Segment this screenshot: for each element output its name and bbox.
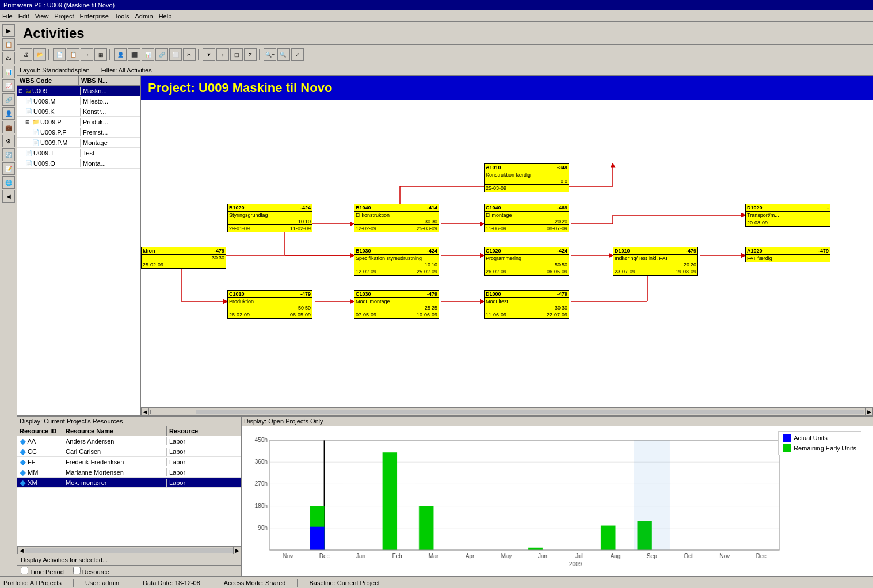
activity-node-C1040[interactable]: C1040-469El montage202011-06-0908-07-09 bbox=[484, 204, 569, 232]
grp-btn[interactable]: ◫ bbox=[230, 48, 243, 61]
act-node-header: D1010-479 bbox=[613, 247, 697, 255]
res-name-cell: Mek. montører bbox=[63, 479, 167, 487]
wbs-row[interactable]: 📄 U009.TTest bbox=[17, 148, 140, 158]
sidebar-btn-11[interactable]: 📝 bbox=[2, 162, 15, 175]
sidebar-btn-6[interactable]: 🔗 bbox=[2, 93, 15, 106]
resource-row[interactable]: 🔷 FFFrederik FrederiksenLabor bbox=[17, 457, 241, 467]
resource-row[interactable]: 🔷 CCCarl CarlsenLabor bbox=[17, 446, 241, 457]
activities-header: Activities bbox=[17, 22, 873, 45]
act-node-title: Produktion bbox=[228, 298, 312, 305]
time-period-checkbox[interactable] bbox=[21, 567, 28, 574]
wbs-row[interactable]: 📄 U009.P.FFremst... bbox=[17, 127, 140, 138]
sidebar-btn-9[interactable]: ⚙ bbox=[2, 135, 15, 147]
res-scroll-right[interactable]: ▶ bbox=[233, 547, 241, 555]
del-btn[interactable]: ✂ bbox=[183, 48, 196, 61]
activity-node-D1020[interactable]: D1020-Transport/m...20-08-09 bbox=[745, 204, 830, 227]
scroll-left-arrow[interactable]: ◀ bbox=[141, 408, 149, 416]
wbs-code-cell: 📄 U009.P.M bbox=[17, 139, 81, 147]
act-node-title: El konstruktion bbox=[354, 212, 439, 219]
split-btn[interactable]: ⬜ bbox=[169, 48, 182, 61]
open-btn[interactable]: 📂 bbox=[33, 48, 46, 61]
menu-enterprise[interactable]: Enterprise bbox=[80, 13, 109, 20]
sidebar-btn-4[interactable]: 📊 bbox=[2, 66, 15, 78]
wbs-row[interactable]: 📄 U009.OMonta... bbox=[17, 158, 140, 169]
res-hscroll[interactable]: ◀ ▶ bbox=[17, 546, 241, 554]
sidebar-btn-5[interactable]: 📈 bbox=[2, 79, 15, 92]
resource-row[interactable]: 🔷 MMMarianne MortensenLabor bbox=[17, 467, 241, 478]
menu-view[interactable]: View bbox=[35, 13, 49, 20]
hscroll[interactable]: ◀ ▶ bbox=[141, 407, 873, 415]
sep3 bbox=[198, 49, 200, 60]
menu-admin[interactable]: Admin bbox=[135, 13, 153, 20]
activity-node-B1040[interactable]: B1040-414El konstruktion303012-02-0925-0… bbox=[354, 204, 439, 232]
wbs-row[interactable]: ⊟📁 U009.PProduk... bbox=[17, 117, 140, 127]
activity-node-C1020[interactable]: C1020-424Programmering505026-02-0906-05-… bbox=[484, 247, 569, 276]
zoom-out-btn[interactable]: 🔍- bbox=[277, 48, 290, 61]
activity-node-C1010[interactable]: C1010-479Produktion505026-02-0906-05-09 bbox=[227, 290, 312, 319]
activity-node-ktion[interactable]: ktion-479303025-02-09 bbox=[141, 247, 226, 269]
sidebar-btn-13[interactable]: ◀ bbox=[2, 190, 15, 203]
sort-btn[interactable]: ↕ bbox=[216, 48, 229, 61]
act-node-header: D1000-479 bbox=[485, 291, 569, 298]
print-btn[interactable]: 🖨 bbox=[20, 48, 32, 61]
res-name-cell: Marianne Mortensen bbox=[63, 468, 167, 476]
res-name-cell: Carl Carlsen bbox=[63, 448, 167, 456]
zoom-in-btn[interactable]: 🔍+ bbox=[264, 48, 276, 61]
res-btn[interactable]: 👤 bbox=[114, 48, 127, 61]
activity-node-B1030[interactable]: B1030-424Specifikation styreudrustning10… bbox=[354, 247, 439, 276]
menu-tools[interactable]: Tools bbox=[115, 13, 129, 20]
sidebar-btn-2[interactable]: 📋 bbox=[2, 38, 15, 51]
wbs-code-cell: 📄 U009.O bbox=[17, 159, 81, 167]
activity-node-D1000[interactable]: D1000-479Modultest303011-06-0922-07-09 bbox=[484, 290, 569, 319]
menu-project[interactable]: Project bbox=[54, 13, 74, 20]
bar-chart-canvas bbox=[244, 429, 871, 579]
filter-btn[interactable]: ▼ bbox=[203, 48, 215, 61]
bar-btn[interactable]: 📊 bbox=[142, 48, 154, 61]
fit-btn[interactable]: ⤢ bbox=[291, 48, 304, 61]
resource-row[interactable]: 🔷 XMMek. montørerLabor bbox=[17, 478, 241, 488]
wbs-row[interactable]: 📄 U009.KKonstr... bbox=[17, 106, 140, 117]
scroll-right-arrow[interactable]: ▶ bbox=[865, 408, 873, 416]
res-id-cell: 🔷 CC bbox=[17, 448, 63, 456]
wbs-row[interactable]: 📄 U009.P.MMontage bbox=[17, 138, 140, 148]
act-node-dates: 20-08-09 bbox=[746, 219, 830, 226]
sidebar-btn-8[interactable]: 💼 bbox=[2, 121, 15, 133]
wbs-row[interactable]: ⊟🗂 U009Maskn... bbox=[17, 86, 140, 96]
act-node-header: A1020-479 bbox=[746, 247, 830, 255]
sidebar-btn-1[interactable]: ▶ bbox=[2, 24, 15, 37]
wbs-code-cell: 📄 U009.M bbox=[17, 97, 81, 105]
status-sep3 bbox=[212, 579, 212, 587]
resource-row[interactable]: 🔷 AAAnders AndersenLabor bbox=[17, 436, 241, 446]
menu-edit[interactable]: Edit bbox=[18, 13, 29, 20]
layout-filter-bar: Layout: Standardtidsplan Filter: All Act… bbox=[17, 64, 873, 76]
activity-node-A1010[interactable]: A1010-349Konstruktion færdig0025-03-09 bbox=[484, 163, 569, 192]
sidebar-btn-10[interactable]: 🔄 bbox=[2, 148, 15, 161]
wbs-code-cell: 📄 U009.K bbox=[17, 108, 81, 116]
scroll-thumb[interactable] bbox=[150, 410, 196, 414]
sep2 bbox=[109, 49, 112, 60]
activity-node-C1030[interactable]: C1030-479Modulmontage252507-05-0910-06-0… bbox=[354, 290, 439, 319]
new-btn[interactable]: 📄 bbox=[53, 48, 66, 61]
col-btn[interactable]: ⬛ bbox=[128, 48, 140, 61]
chart-header: Display: Open Projects Only bbox=[242, 417, 873, 426]
copy-btn[interactable]: 📋 bbox=[67, 48, 79, 61]
resource-checkbox[interactable] bbox=[73, 567, 81, 574]
menu-help[interactable]: Help bbox=[159, 13, 172, 20]
res-scroll-left[interactable]: ◀ bbox=[17, 547, 25, 555]
link-btn[interactable]: 🔗 bbox=[155, 48, 168, 61]
activity-node-A1020[interactable]: A1020-479FAT færdig bbox=[745, 247, 830, 262]
menu-file[interactable]: File bbox=[2, 13, 13, 20]
activity-node-D1010[interactable]: D1010-479Indkøring/Test inkl. FAT202023-… bbox=[613, 247, 698, 276]
sidebar-btn-7[interactable]: 👤 bbox=[2, 107, 15, 120]
act-node-title: Konstruktion færdig bbox=[485, 171, 569, 178]
resources-panel-header: Display: Current Project's Resources bbox=[17, 417, 241, 426]
wbs-name-cell: Konstr... bbox=[81, 108, 140, 116]
gantt-btn[interactable]: ▦ bbox=[94, 48, 107, 61]
wbs-row[interactable]: 📄 U009.MMilesto... bbox=[17, 96, 140, 106]
sum-btn[interactable]: Σ bbox=[244, 48, 257, 61]
sidebar-btn-12[interactable]: 🌐 bbox=[2, 176, 15, 189]
main-area: Activities 🖨 📂 📄 📋 → ▦ 👤 ⬛ 📊 🔗 ⬜ ✂ ▼ ↕ ◫… bbox=[17, 22, 873, 576]
activity-node-B1020[interactable]: B1020-424Styringsgrundlag101029-01-0911-… bbox=[227, 204, 312, 232]
arrow-btn[interactable]: → bbox=[81, 48, 93, 61]
sidebar-btn-3[interactable]: 🗂 bbox=[2, 52, 15, 64]
